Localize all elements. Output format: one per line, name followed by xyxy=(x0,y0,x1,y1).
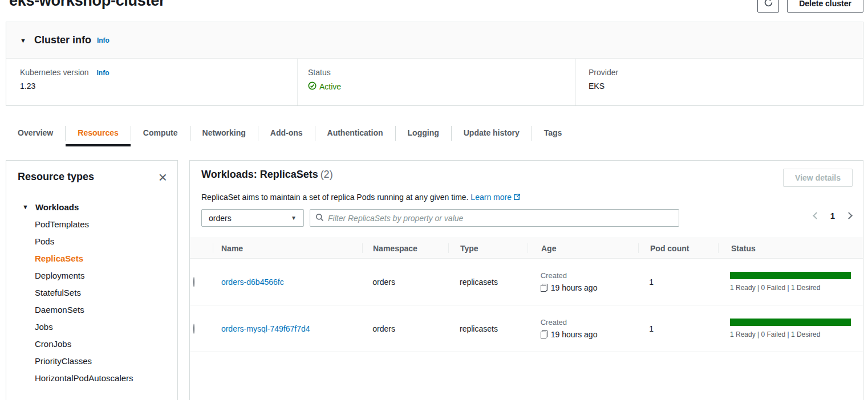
column-header-pod-count[interactable]: Pod count xyxy=(638,238,718,258)
close-icon[interactable]: × xyxy=(159,172,167,183)
tab-update-history[interactable]: Update history xyxy=(452,120,532,146)
age-created-label: Created xyxy=(541,271,638,280)
tab-compute[interactable]: Compute xyxy=(131,120,190,146)
cell-type: replicasets xyxy=(448,324,527,333)
kubernetes-version-field: Kubernetes version Info 1.23 xyxy=(6,59,297,105)
table-header: Name Namespace Type Age Pod count Status xyxy=(190,238,863,259)
sidebar-item-jobs[interactable]: Jobs xyxy=(6,319,177,336)
cell-status: 1 Ready | 0 Failed | 1 Desired xyxy=(717,272,863,292)
provider-label: Provider xyxy=(589,68,863,77)
column-header-age[interactable]: Age xyxy=(528,238,638,258)
external-link-icon xyxy=(513,193,521,202)
replicasets-panel: Workloads: ReplicaSets (2) View details … xyxy=(189,160,863,400)
tab-logging[interactable]: Logging xyxy=(396,120,451,146)
header-actions: Delete cluster xyxy=(757,0,863,13)
kubernetes-version-info-link[interactable]: Info xyxy=(97,69,109,77)
view-details-button[interactable]: View details xyxy=(783,169,853,187)
cell-type: replicasets xyxy=(448,277,527,287)
row-radio-button[interactable] xyxy=(193,324,194,334)
column-header-status[interactable]: Status xyxy=(718,238,863,258)
collapse-caret-icon[interactable]: ▼ xyxy=(20,37,26,44)
replicaset-name-link[interactable]: orders-mysql-749f67f7d4 xyxy=(221,324,310,333)
kubernetes-version-value: 1.23 xyxy=(20,81,297,91)
cell-namespace: orders xyxy=(362,277,448,287)
cluster-info-header[interactable]: ▼ Cluster info Info xyxy=(6,22,863,59)
tab-authentication[interactable]: Authentication xyxy=(315,120,395,146)
sidebar-item-priorityclasses[interactable]: PriorityClasses xyxy=(6,353,177,370)
search-icon xyxy=(315,213,324,223)
tab-add-ons[interactable]: Add-ons xyxy=(258,120,315,146)
cluster-info-info-link[interactable]: Info xyxy=(97,36,109,44)
sidebar-title: Resource types xyxy=(18,171,94,183)
kubernetes-version-label: Kubernetes version xyxy=(20,68,89,77)
sidebar-group-workloads[interactable]: ▼ Workloads xyxy=(6,198,177,216)
page-title: eks-workshop-cluster xyxy=(9,0,165,10)
column-header-namespace[interactable]: Namespace xyxy=(362,238,448,258)
status-text: 1 Ready | 0 Failed | 1 Desired xyxy=(730,284,851,292)
status-bar xyxy=(730,319,851,326)
cell-pod-count: 1 xyxy=(637,277,717,287)
pagination: 1 xyxy=(814,211,851,221)
cell-age: Created 19 hours ago xyxy=(527,271,638,292)
sidebar-item-replicasets[interactable]: ReplicaSets xyxy=(6,250,177,267)
cluster-info-title: Cluster info xyxy=(34,34,91,46)
refresh-icon xyxy=(764,0,773,9)
column-header-name[interactable]: Name xyxy=(213,238,362,258)
refresh-button[interactable] xyxy=(757,0,779,13)
replicaset-name-link[interactable]: orders-d6b4566fc xyxy=(221,277,284,287)
provider-value: EKS xyxy=(589,81,863,91)
cluster-info-panel: ▼ Cluster info Info Kubernetes version I… xyxy=(6,22,863,106)
table-row: orders-mysql-749f67f7d4 orders replicase… xyxy=(190,305,863,352)
chevron-down-icon: ▼ xyxy=(291,215,297,221)
learn-more-link[interactable]: Learn more xyxy=(470,193,512,202)
next-page-icon[interactable] xyxy=(845,212,853,219)
sidebar-item-statefulsets[interactable]: StatefulSets xyxy=(6,284,177,301)
cluster-info-body: Kubernetes version Info 1.23 Status Acti… xyxy=(6,59,863,105)
sidebar-item-cronjobs[interactable]: CronJobs xyxy=(6,336,177,353)
selection-column-header xyxy=(190,238,213,258)
namespace-select[interactable]: orders ▼ xyxy=(201,209,304,227)
panel-description: ReplicaSet aims to maintain a set of rep… xyxy=(201,193,468,202)
cluster-tabs: Overview Resources Compute Networking Ad… xyxy=(6,120,574,146)
sidebar-item-pods[interactable]: Pods xyxy=(6,233,177,250)
tab-resources[interactable]: Resources xyxy=(66,120,131,146)
status-bar xyxy=(730,272,851,279)
sidebar-item-deployments[interactable]: Deployments xyxy=(6,267,177,284)
cell-namespace: orders xyxy=(362,324,448,333)
delete-cluster-button[interactable]: Delete cluster xyxy=(787,0,863,13)
status-value: Active xyxy=(319,82,341,91)
filter-search xyxy=(310,209,679,227)
sidebar-item-daemonsets[interactable]: DaemonSets xyxy=(6,301,177,319)
table-row: orders-d6b4566fc orders replicasets Crea… xyxy=(190,259,863,305)
resource-tree: ▼ Workloads PodTemplates Pods ReplicaSet… xyxy=(6,198,177,400)
sidebar-group-label: Workloads xyxy=(35,202,79,212)
sidebar-group-cluster[interactable]: ▶ Cluster xyxy=(6,396,177,400)
column-header-type[interactable]: Type xyxy=(448,238,528,258)
sidebar-item-horizontalpodautoscalers[interactable]: HorizontalPodAutoscalers xyxy=(6,370,177,387)
current-page[interactable]: 1 xyxy=(830,211,835,221)
cell-status: 1 Ready | 0 Failed | 1 Desired xyxy=(717,319,863,338)
panel-count: (2) xyxy=(321,169,333,180)
tab-tags[interactable]: Tags xyxy=(532,120,574,146)
status-check-icon xyxy=(308,81,317,92)
status-field: Status Active xyxy=(297,59,575,105)
age-created-label: Created xyxy=(541,318,638,326)
namespace-select-value: orders xyxy=(209,214,232,223)
provider-field: Provider EKS xyxy=(575,59,863,105)
tab-networking[interactable]: Networking xyxy=(190,120,258,146)
copy-icon[interactable] xyxy=(541,284,547,292)
replicasets-table: Name Namespace Type Age Pod count Status… xyxy=(190,238,863,352)
chevron-down-icon: ▼ xyxy=(22,203,29,210)
age-value: 19 hours ago xyxy=(551,283,598,292)
previous-page-icon[interactable] xyxy=(813,212,820,219)
cell-pod-count: 1 xyxy=(637,324,717,333)
status-text: 1 Ready | 0 Failed | 1 Desired xyxy=(730,330,851,338)
row-radio-button[interactable] xyxy=(193,277,194,287)
copy-icon[interactable] xyxy=(541,330,547,338)
resource-types-sidebar: Resource types × ▼ Workloads PodTemplate… xyxy=(6,160,178,400)
tab-overview[interactable]: Overview xyxy=(6,120,65,146)
sidebar-item-podtemplates[interactable]: PodTemplates xyxy=(6,216,177,233)
age-value: 19 hours ago xyxy=(551,330,598,339)
status-label: Status xyxy=(308,68,575,77)
filter-search-input[interactable] xyxy=(328,214,674,223)
